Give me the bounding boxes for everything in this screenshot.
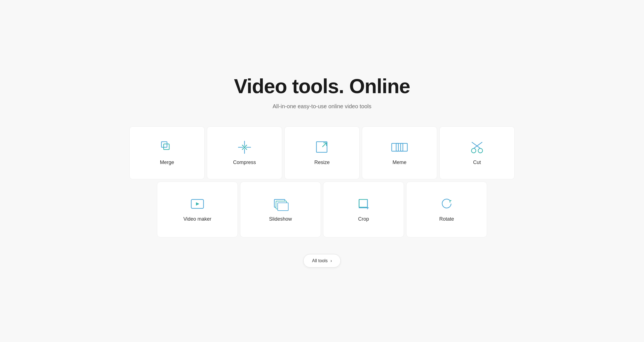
video-maker-icon [190,197,205,211]
rotate-label: Rotate [439,216,454,222]
svg-line-11 [323,143,326,147]
compress-label: Compress [233,160,256,165]
tool-card-video-maker[interactable]: Video maker [157,182,238,237]
page-subtitle: All-in-one easy-to-use online video tool… [273,103,372,110]
chevron-right-icon: › [330,258,332,263]
merge-label: Merge [160,160,174,165]
svg-rect-23 [278,203,288,211]
slideshow-icon [273,197,288,211]
tool-card-slideshow[interactable]: Slideshow [240,182,321,237]
tool-card-cut[interactable]: Cut [439,126,515,179]
svg-rect-10 [316,142,327,152]
video-maker-label: Video maker [183,216,212,222]
merge-icon [160,140,174,155]
resize-icon [315,140,329,155]
all-tools-button[interactable]: All tools › [303,254,340,268]
tool-card-compress[interactable]: Compress [207,126,282,179]
slideshow-label: Slideshow [269,216,292,222]
tools-container: Merge Compress [127,126,517,237]
tools-row-1: Merge Compress [127,126,517,179]
tool-card-resize[interactable]: Resize [284,126,360,179]
tool-card-crop[interactable]: Crop [323,182,404,237]
svg-line-18 [472,142,480,148]
svg-rect-14 [401,143,407,151]
tool-card-merge[interactable]: Merge [129,126,205,179]
cut-label: Cut [473,160,481,165]
svg-rect-0 [161,142,167,147]
all-tools-label: All tools [312,258,328,263]
cut-icon [470,140,484,155]
crop-label: Crop [358,216,369,222]
svg-marker-20 [196,202,199,206]
svg-point-16 [478,148,483,153]
svg-line-17 [474,142,482,148]
compress-icon [237,140,252,155]
crop-icon [356,197,371,211]
tools-row-2: Video maker Slideshow [127,182,517,237]
page-title: Video tools. Online [234,75,410,98]
svg-rect-24 [359,199,367,207]
svg-point-15 [471,148,476,153]
svg-rect-13 [396,143,403,151]
meme-label: Meme [393,160,406,165]
svg-rect-1 [164,144,169,150]
svg-rect-12 [392,143,398,151]
tool-card-rotate[interactable]: Rotate [406,182,487,237]
rotate-icon [439,197,454,211]
meme-icon [392,140,407,155]
tool-card-meme[interactable]: Meme [362,126,437,179]
resize-label: Resize [314,160,330,165]
